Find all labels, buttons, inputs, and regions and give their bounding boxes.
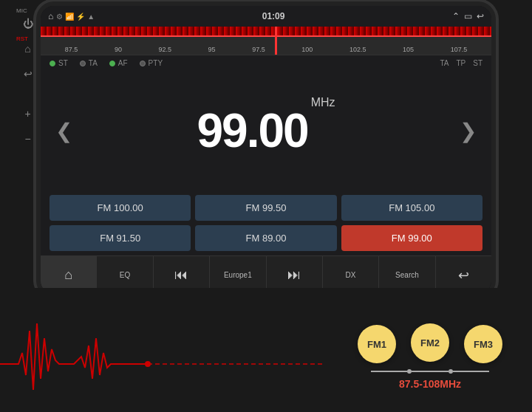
search-label: Search [395,271,419,279]
waveform [0,309,325,397]
freq-label-105: 105 [403,46,414,53]
radio-info-bar: ST TA AF PTY TA TP ST [41,55,491,71]
pty-label: PTY [149,59,163,67]
st-dot [50,61,55,66]
st-label: ST [58,59,68,67]
af-dot [109,61,115,66]
freq-label-95: 95 [208,46,216,53]
st-indicator: ST [50,59,68,67]
back-toolbar-icon: ↩ [458,267,469,284]
freq-label-975: 97.5 [252,46,265,53]
af-indicator: AF [109,59,128,67]
ta-right-label: TA [440,59,449,67]
screen: ⌂ ⚙ 📶 ⚡ ▲ 01:09 ⌃ ▭ ↩ 87.5 90 [41,6,491,294]
preset-2[interactable]: FM 99.50 [195,195,336,221]
eq-label: EQ [120,271,130,279]
home-side-button[interactable]: ⌂ [18,38,38,59]
device-frame: ⌂ ⚙ 📶 ⚡ ▲ 01:09 ⌃ ▭ ↩ 87.5 90 [41,6,491,294]
freq-ruler: 87.5 90 92.5 95 97.5 100 102.5 105 107.5 [41,27,491,55]
fm3-badge: FM3 [464,325,502,363]
bluetooth-icon: ⚡ [76,13,85,21]
freq-number: 99.00 [197,103,307,158]
pty-dot [140,61,146,66]
station-label: Europe1 [224,271,252,279]
power-button[interactable]: ⏻ [18,13,38,34]
window-icon: ▭ [464,11,472,21]
freq-label-925: 92.5 [158,46,171,53]
pty-indicator: PTY [140,59,163,67]
freq-inner: 99.00 MHz [197,103,335,158]
status-bar: ⌂ ⚙ 📶 ⚡ ▲ 01:09 ⌃ ▭ ↩ [41,6,491,27]
fm-freq-range: 87.5-108MHz [399,378,461,390]
fm2-badge: FM2 [411,323,449,362]
status-left: ⌂ ⚙ 📶 ⚡ ▲ [48,11,95,21]
af-label: AF [118,59,128,67]
preset-1[interactable]: FM 100.00 [50,195,191,221]
preset-3[interactable]: FM 105.00 [341,195,482,221]
back-side-button[interactable]: ↩ [18,63,38,84]
status-right-icons: ⌃ ▭ ↩ [452,11,484,21]
settings-icon: ⚙ [56,13,63,21]
wifi-icon: 📶 [65,13,74,21]
next-icon: ⏭ [287,267,301,283]
back-status-icon: ↩ [477,11,484,21]
radio-info-right: TA TP ST [440,59,482,67]
freq-prev-button[interactable]: ❮ [55,119,72,143]
dx-label: DX [346,271,356,279]
expand-icon: ⌃ [452,11,460,21]
fm-badges: FM1 FM2 FM3 87.5-108MHz [358,323,502,390]
fm-badges-row: FM1 FM2 FM3 [358,323,502,365]
freq-display: ❮ 99.00 MHz ❯ [41,71,491,190]
freq-labels: 87.5 90 92.5 95 97.5 100 102.5 105 107.5 [41,46,491,53]
vol-down-button[interactable]: − [18,128,38,149]
freq-next-button[interactable]: ❯ [460,119,477,143]
preset-5[interactable]: FM 89.00 [195,225,336,251]
presets-grid: FM 100.00 FM 99.50 FM 105.00 FM 91.50 FM… [41,190,491,255]
signal-icon: ▲ [87,13,95,21]
bottom-area: FM1 FM2 FM3 87.5-108MHz [0,288,532,412]
status-icons: ⚙ 📶 ⚡ ▲ [56,13,95,21]
freq-indicator [275,27,277,55]
freq-label-90: 90 [115,46,122,53]
status-time: 01:09 [262,11,285,21]
freq-label-100: 100 [301,46,313,53]
vol-up-button[interactable]: + [18,103,38,124]
tp-right-label: TP [456,59,466,67]
svg-point-1 [145,361,151,367]
prev-icon: ⏮ [174,267,188,283]
fm1-badge: FM1 [358,325,396,363]
preset-6[interactable]: FM 99.00 [341,225,482,251]
ta-indicator: TA [80,59,98,67]
ta-label: TA [89,59,98,67]
ta-dot [80,61,86,66]
freq-bar [41,27,491,37]
home-toolbar-icon: ⌂ [64,267,72,283]
freq-label-1025: 102.5 [349,46,366,53]
side-buttons: ⏻ ⌂ ↩ + − [15,6,41,294]
freq-unit: MHz [311,81,335,109]
st-right-label: ST [473,59,482,67]
freq-label-1075: 107.5 [451,46,468,53]
freq-label-875: 87.5 [65,46,78,53]
home-icon: ⌂ [48,11,53,21]
preset-4[interactable]: FM 91.50 [50,225,191,251]
